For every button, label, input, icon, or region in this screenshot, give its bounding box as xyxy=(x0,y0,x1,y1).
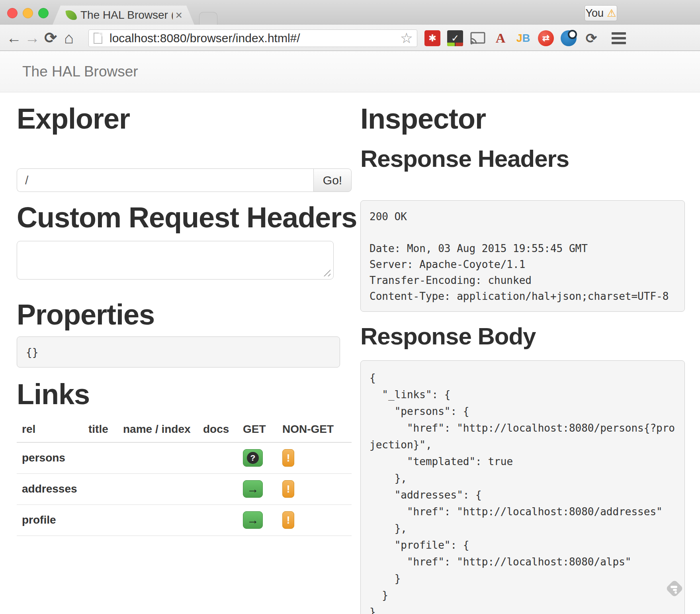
rel-label: persons xyxy=(17,442,83,473)
zoom-window-button[interactable] xyxy=(38,8,49,18)
address-bar[interactable]: localhost:8080/browser/index.html#/ ☆ xyxy=(88,29,417,47)
arrow-right-icon: → xyxy=(247,514,259,526)
exclamation-icon: ! xyxy=(287,452,290,464)
browser-window: The HAL Browser (customiz × You ⚠ ← → ⟳ … xyxy=(0,0,700,614)
inspector-heading: Inspector xyxy=(360,102,486,135)
minimize-window-button[interactable] xyxy=(23,8,33,18)
tab-strip: The HAL Browser (customiz × You ⚠ xyxy=(0,0,700,25)
non-get-button[interactable]: ! xyxy=(282,449,294,467)
col-docs: docs xyxy=(198,416,238,442)
question-icon: ? xyxy=(247,452,259,464)
window-controls xyxy=(7,8,49,18)
col-title: title xyxy=(83,416,118,442)
sphere-icon[interactable] xyxy=(561,30,577,46)
tab-title: The HAL Browser (customiz xyxy=(80,9,173,22)
cast-icon[interactable] xyxy=(470,30,486,46)
explorer-address-input[interactable] xyxy=(17,168,313,192)
non-get-button[interactable]: ! xyxy=(282,480,294,498)
table-row-profile: profile → ! xyxy=(17,504,352,536)
exclamation-icon: ! xyxy=(287,483,290,495)
explorer-heading: Explorer xyxy=(17,102,130,135)
lastpass-icon[interactable]: ✱ xyxy=(424,30,440,46)
brand-link[interactable]: The HAL Browser xyxy=(22,63,138,80)
browser-toolbar: ← → ⟳ ⌂ localhost:8080/browser/index.htm… xyxy=(0,25,700,51)
response-headers-value: 200 OK Date: Mon, 03 Aug 2015 19:55:45 G… xyxy=(360,200,685,312)
annotator-icon[interactable]: A xyxy=(493,30,508,46)
links-table-header: rel title name / index docs GET NON-GET xyxy=(17,416,352,442)
back-icon[interactable]: ← xyxy=(5,30,23,45)
swap-arrows-icon[interactable]: ⇄ xyxy=(538,30,554,46)
properties-value: {} xyxy=(17,336,340,368)
links-heading: Links xyxy=(17,377,90,411)
extension-icons: ✱ ✓ A JB ⇄ ⟳ xyxy=(424,29,599,47)
table-row-addresses: addresses → ! xyxy=(17,473,352,504)
bookmark-star-icon[interactable]: ☆ xyxy=(400,30,413,47)
active-tab[interactable]: The HAL Browser (customiz × xyxy=(53,6,194,25)
get-button[interactable]: ? xyxy=(243,449,263,467)
chrome-menu-icon[interactable] xyxy=(612,32,626,44)
custom-headers-textarea[interactable] xyxy=(17,241,334,280)
page-icon xyxy=(94,33,102,44)
forward-icon[interactable]: → xyxy=(23,30,41,45)
page-monitor-icon[interactable]: ✓ xyxy=(447,30,463,46)
auto-refresh-icon[interactable]: ⟳ xyxy=(583,30,599,46)
non-get-button[interactable]: ! xyxy=(282,511,294,529)
response-body-heading: Response Body xyxy=(360,323,536,350)
jetbrains-icon[interactable]: JB xyxy=(515,30,531,46)
get-button[interactable]: → xyxy=(243,480,263,498)
arrow-right-icon: → xyxy=(247,483,259,495)
close-window-button[interactable] xyxy=(7,8,18,18)
site-navbar: The HAL Browser xyxy=(0,51,700,92)
url-text[interactable]: localhost:8080/browser/index.html#/ xyxy=(109,31,400,45)
col-name-index: name / index xyxy=(118,416,198,442)
warning-icon: ⚠ xyxy=(607,7,616,20)
rel-label: addresses xyxy=(17,473,83,504)
profile-button[interactable]: You ⚠ xyxy=(585,5,617,21)
get-button[interactable]: → xyxy=(243,511,263,529)
home-icon[interactable]: ⌂ xyxy=(60,30,78,46)
response-headers-heading: Response Headers xyxy=(360,145,569,173)
rel-label: profile xyxy=(17,504,83,536)
reload-icon[interactable]: ⟳ xyxy=(41,30,60,45)
page-content: Explorer Go! Custom Request Headers Prop… xyxy=(0,92,700,614)
properties-heading: Properties xyxy=(17,298,154,331)
table-row-persons: persons ? ! xyxy=(17,442,352,473)
col-get: GET xyxy=(238,416,277,442)
col-non-get: NON-GET xyxy=(277,416,352,442)
col-rel: rel xyxy=(17,416,83,442)
feedly-mini-icon xyxy=(663,577,686,600)
new-tab-button[interactable] xyxy=(199,12,217,25)
custom-request-headers-heading: Custom Request Headers xyxy=(17,201,357,234)
tab-close-icon[interactable]: × xyxy=(175,8,182,22)
links-table: rel title name / index docs GET NON-GET … xyxy=(17,416,352,536)
go-button[interactable]: Go! xyxy=(313,168,352,192)
exclamation-icon: ! xyxy=(287,514,290,526)
response-body-value: { "_links": { "persons": { "href": "http… xyxy=(360,360,685,614)
address-input-group: Go! xyxy=(17,168,352,192)
spring-leaf-favicon xyxy=(65,9,77,21)
profile-label: You xyxy=(586,7,604,20)
